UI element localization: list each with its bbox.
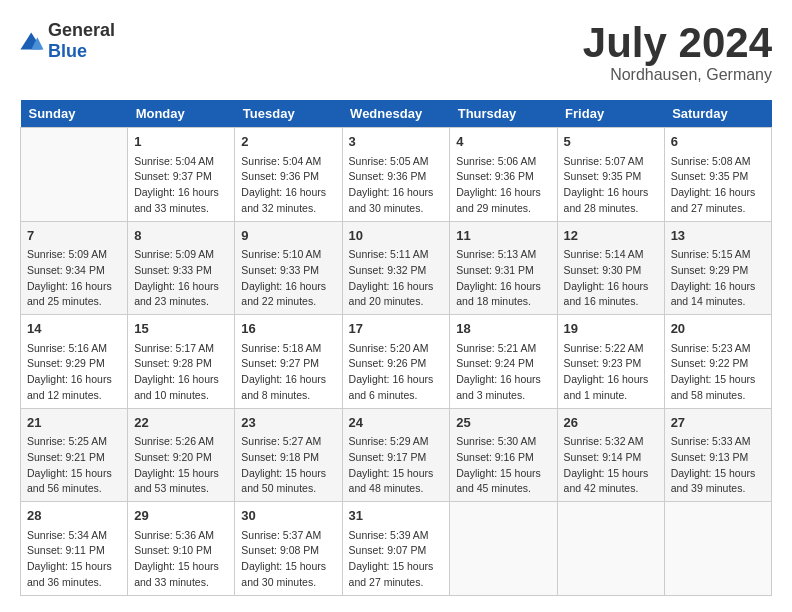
day-info: Sunrise: 5:04 AM Sunset: 9:36 PM Dayligh…	[241, 154, 335, 217]
calendar-cell: 14Sunrise: 5:16 AM Sunset: 9:29 PM Dayli…	[21, 315, 128, 409]
calendar-cell	[450, 502, 557, 596]
day-number: 7	[27, 226, 121, 246]
day-info: Sunrise: 5:14 AM Sunset: 9:30 PM Dayligh…	[564, 247, 658, 310]
day-info: Sunrise: 5:18 AM Sunset: 9:27 PM Dayligh…	[241, 341, 335, 404]
day-info: Sunrise: 5:32 AM Sunset: 9:14 PM Dayligh…	[564, 434, 658, 497]
day-number: 22	[134, 413, 228, 433]
day-number: 21	[27, 413, 121, 433]
header-day-wednesday: Wednesday	[342, 100, 450, 128]
day-info: Sunrise: 5:09 AM Sunset: 9:33 PM Dayligh…	[134, 247, 228, 310]
day-info: Sunrise: 5:37 AM Sunset: 9:08 PM Dayligh…	[241, 528, 335, 591]
day-info: Sunrise: 5:06 AM Sunset: 9:36 PM Dayligh…	[456, 154, 550, 217]
calendar-cell: 5Sunrise: 5:07 AM Sunset: 9:35 PM Daylig…	[557, 128, 664, 222]
day-info: Sunrise: 5:09 AM Sunset: 9:34 PM Dayligh…	[27, 247, 121, 310]
day-number: 9	[241, 226, 335, 246]
day-number: 27	[671, 413, 765, 433]
calendar-cell: 25Sunrise: 5:30 AM Sunset: 9:16 PM Dayli…	[450, 408, 557, 502]
day-info: Sunrise: 5:10 AM Sunset: 9:33 PM Dayligh…	[241, 247, 335, 310]
day-number: 18	[456, 319, 550, 339]
day-number: 8	[134, 226, 228, 246]
calendar-cell	[557, 502, 664, 596]
day-info: Sunrise: 5:08 AM Sunset: 9:35 PM Dayligh…	[671, 154, 765, 217]
header-day-friday: Friday	[557, 100, 664, 128]
calendar-cell: 18Sunrise: 5:21 AM Sunset: 9:24 PM Dayli…	[450, 315, 557, 409]
day-number: 11	[456, 226, 550, 246]
day-number: 19	[564, 319, 658, 339]
calendar-cell: 24Sunrise: 5:29 AM Sunset: 9:17 PM Dayli…	[342, 408, 450, 502]
header-day-sunday: Sunday	[21, 100, 128, 128]
calendar-cell: 29Sunrise: 5:36 AM Sunset: 9:10 PM Dayli…	[128, 502, 235, 596]
calendar-cell: 19Sunrise: 5:22 AM Sunset: 9:23 PM Dayli…	[557, 315, 664, 409]
day-number: 28	[27, 506, 121, 526]
calendar-week-row: 21Sunrise: 5:25 AM Sunset: 9:21 PM Dayli…	[21, 408, 772, 502]
day-info: Sunrise: 5:27 AM Sunset: 9:18 PM Dayligh…	[241, 434, 335, 497]
calendar-cell: 17Sunrise: 5:20 AM Sunset: 9:26 PM Dayli…	[342, 315, 450, 409]
day-info: Sunrise: 5:20 AM Sunset: 9:26 PM Dayligh…	[349, 341, 444, 404]
day-number: 26	[564, 413, 658, 433]
day-number: 13	[671, 226, 765, 246]
day-number: 30	[241, 506, 335, 526]
calendar-cell: 27Sunrise: 5:33 AM Sunset: 9:13 PM Dayli…	[664, 408, 771, 502]
calendar-cell: 20Sunrise: 5:23 AM Sunset: 9:22 PM Dayli…	[664, 315, 771, 409]
day-number: 1	[134, 132, 228, 152]
header-day-monday: Monday	[128, 100, 235, 128]
header: General Blue July 2024 Nordhausen, Germa…	[20, 20, 772, 84]
calendar-cell: 21Sunrise: 5:25 AM Sunset: 9:21 PM Dayli…	[21, 408, 128, 502]
month-title: July 2024	[583, 20, 772, 66]
calendar-cell: 3Sunrise: 5:05 AM Sunset: 9:36 PM Daylig…	[342, 128, 450, 222]
calendar-cell: 15Sunrise: 5:17 AM Sunset: 9:28 PM Dayli…	[128, 315, 235, 409]
calendar-cell	[664, 502, 771, 596]
calendar-cell: 31Sunrise: 5:39 AM Sunset: 9:07 PM Dayli…	[342, 502, 450, 596]
day-number: 23	[241, 413, 335, 433]
calendar-cell: 30Sunrise: 5:37 AM Sunset: 9:08 PM Dayli…	[235, 502, 342, 596]
header-day-thursday: Thursday	[450, 100, 557, 128]
day-info: Sunrise: 5:39 AM Sunset: 9:07 PM Dayligh…	[349, 528, 444, 591]
day-info: Sunrise: 5:33 AM Sunset: 9:13 PM Dayligh…	[671, 434, 765, 497]
day-number: 10	[349, 226, 444, 246]
day-number: 31	[349, 506, 444, 526]
day-number: 20	[671, 319, 765, 339]
calendar-cell: 22Sunrise: 5:26 AM Sunset: 9:20 PM Dayli…	[128, 408, 235, 502]
day-info: Sunrise: 5:23 AM Sunset: 9:22 PM Dayligh…	[671, 341, 765, 404]
day-info: Sunrise: 5:11 AM Sunset: 9:32 PM Dayligh…	[349, 247, 444, 310]
logo-text-general: General	[48, 20, 115, 40]
day-info: Sunrise: 5:25 AM Sunset: 9:21 PM Dayligh…	[27, 434, 121, 497]
day-number: 12	[564, 226, 658, 246]
day-number: 4	[456, 132, 550, 152]
day-number: 24	[349, 413, 444, 433]
calendar-cell: 26Sunrise: 5:32 AM Sunset: 9:14 PM Dayli…	[557, 408, 664, 502]
calendar-cell: 7Sunrise: 5:09 AM Sunset: 9:34 PM Daylig…	[21, 221, 128, 315]
calendar-cell: 1Sunrise: 5:04 AM Sunset: 9:37 PM Daylig…	[128, 128, 235, 222]
day-info: Sunrise: 5:07 AM Sunset: 9:35 PM Dayligh…	[564, 154, 658, 217]
calendar-table: SundayMondayTuesdayWednesdayThursdayFrid…	[20, 100, 772, 596]
day-info: Sunrise: 5:04 AM Sunset: 9:37 PM Dayligh…	[134, 154, 228, 217]
calendar-cell: 9Sunrise: 5:10 AM Sunset: 9:33 PM Daylig…	[235, 221, 342, 315]
logo: General Blue	[20, 20, 115, 62]
day-info: Sunrise: 5:17 AM Sunset: 9:28 PM Dayligh…	[134, 341, 228, 404]
day-number: 25	[456, 413, 550, 433]
day-info: Sunrise: 5:26 AM Sunset: 9:20 PM Dayligh…	[134, 434, 228, 497]
logo-icon	[20, 31, 44, 51]
subtitle: Nordhausen, Germany	[583, 66, 772, 84]
calendar-cell: 13Sunrise: 5:15 AM Sunset: 9:29 PM Dayli…	[664, 221, 771, 315]
calendar-cell: 2Sunrise: 5:04 AM Sunset: 9:36 PM Daylig…	[235, 128, 342, 222]
day-info: Sunrise: 5:22 AM Sunset: 9:23 PM Dayligh…	[564, 341, 658, 404]
day-number: 6	[671, 132, 765, 152]
day-number: 15	[134, 319, 228, 339]
calendar-week-row: 7Sunrise: 5:09 AM Sunset: 9:34 PM Daylig…	[21, 221, 772, 315]
header-day-saturday: Saturday	[664, 100, 771, 128]
calendar-week-row: 14Sunrise: 5:16 AM Sunset: 9:29 PM Dayli…	[21, 315, 772, 409]
title-area: July 2024 Nordhausen, Germany	[583, 20, 772, 84]
day-number: 5	[564, 132, 658, 152]
calendar-cell	[21, 128, 128, 222]
calendar-header-row: SundayMondayTuesdayWednesdayThursdayFrid…	[21, 100, 772, 128]
day-info: Sunrise: 5:05 AM Sunset: 9:36 PM Dayligh…	[349, 154, 444, 217]
header-day-tuesday: Tuesday	[235, 100, 342, 128]
logo-text-blue: Blue	[48, 41, 87, 61]
calendar-cell: 4Sunrise: 5:06 AM Sunset: 9:36 PM Daylig…	[450, 128, 557, 222]
day-info: Sunrise: 5:36 AM Sunset: 9:10 PM Dayligh…	[134, 528, 228, 591]
calendar-cell: 28Sunrise: 5:34 AM Sunset: 9:11 PM Dayli…	[21, 502, 128, 596]
calendar-cell: 11Sunrise: 5:13 AM Sunset: 9:31 PM Dayli…	[450, 221, 557, 315]
day-info: Sunrise: 5:34 AM Sunset: 9:11 PM Dayligh…	[27, 528, 121, 591]
day-info: Sunrise: 5:29 AM Sunset: 9:17 PM Dayligh…	[349, 434, 444, 497]
